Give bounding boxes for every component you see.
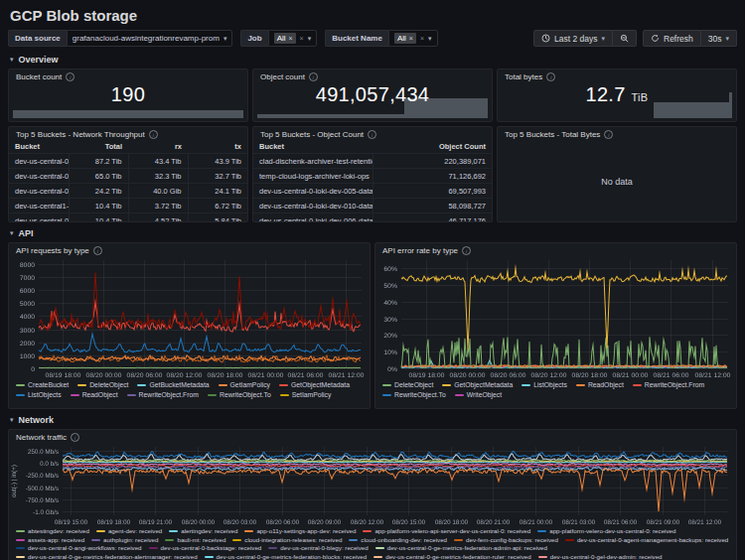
info-icon[interactable]: i — [604, 130, 613, 139]
legend-item[interactable]: UpdateObjectMetadata — [107, 400, 189, 402]
legend-item[interactable]: bauli-mt: received — [165, 536, 225, 545]
panel-title[interactable]: Bucket count — [16, 72, 62, 81]
time-range-picker[interactable]: Last 2 days ▾ — [533, 30, 613, 47]
info-icon[interactable]: i — [309, 72, 318, 81]
info-icon[interactable]: i — [71, 433, 79, 442]
datasource-select[interactable]: grafanacloud-awsintegrationrevamp-prom ▾ — [67, 30, 233, 47]
cell-value: 87.2 Tib — [69, 154, 128, 169]
legend-item[interactable]: app-platform-velero-api-server-dev-us-ce… — [363, 527, 530, 536]
legend-item[interactable]: dev-us-central-0-ge-metrics-federation-a… — [16, 553, 198, 560]
column-header[interactable]: tx — [188, 140, 247, 154]
bucket-select[interactable]: All × × ▾ — [388, 30, 438, 47]
legend-item[interactable]: alertingdev: received — [169, 527, 237, 536]
panel-title[interactable]: Network traffic — [16, 433, 67, 442]
column-header[interactable]: Object Count — [372, 140, 492, 154]
legend-item[interactable]: dev-us-central-0-ge-metrics-federation-b… — [205, 553, 368, 560]
legend-item[interactable]: WriteObject — [198, 400, 244, 402]
section-api[interactable]: ▾ API — [10, 226, 737, 239]
legend-color-dash — [538, 556, 547, 558]
legend-item[interactable]: CreateBucket — [16, 380, 69, 390]
column-header[interactable]: Total — [69, 140, 128, 154]
job-value-chip[interactable]: All × — [274, 33, 296, 44]
object-count-table: BucketObject Countclad-dischenk-archiver… — [253, 140, 492, 222]
legend-item[interactable]: dev-us-central-0-ge-metrics-federation-r… — [373, 553, 531, 560]
panel-title[interactable]: Object count — [260, 72, 305, 81]
zoom-out-button[interactable] — [613, 30, 637, 47]
legend-item[interactable]: dev-us-central-0-gel-dev-admin: received — [538, 553, 663, 560]
legend-item[interactable]: GetObjectMetadata — [279, 380, 350, 390]
panel-top5-object-count: Top 5 Buckets - Object Count i BucketObj… — [252, 126, 493, 222]
panel-title[interactable]: Top 5 Buckets - Network Throughput — [16, 130, 145, 139]
legend-item[interactable]: GetIamPolicy — [219, 380, 270, 390]
legend-item[interactable]: RewriteObject.To — [208, 390, 271, 400]
table-row: dev-us-central-0-loki-dev-006-data46,717… — [253, 213, 492, 223]
info-icon[interactable]: i — [462, 246, 471, 255]
no-data-message: No data — [498, 141, 736, 221]
legend-item[interactable]: dev-fem-config-backups: received — [454, 536, 558, 545]
legend-label: GetIamPolicy — [230, 380, 270, 390]
legend-item[interactable]: RewriteObject.To — [382, 390, 446, 400]
remove-icon[interactable]: × — [409, 35, 413, 42]
api-error-rate-chart[interactable] — [375, 256, 736, 379]
legend-color-dash — [16, 556, 25, 558]
clear-icon[interactable]: × — [420, 35, 424, 42]
legend-item[interactable]: RewriteObject.From — [633, 380, 704, 390]
legend-item[interactable]: app-platform-velero-dev-us-central-0: re… — [537, 527, 675, 536]
legend-item[interactable]: dev-us-central-0-blegy: received — [268, 544, 368, 553]
legend-item[interactable]: app-o11y-settings-app-dev: received — [244, 527, 356, 536]
legend-item[interactable]: UpdateBucketMetadata — [16, 400, 98, 402]
legend-item[interactable]: cloud-integration-releases: received — [232, 536, 342, 545]
info-icon[interactable]: i — [368, 130, 376, 139]
panel-object-count: Object count i 491,057,434 — [252, 69, 493, 122]
info-icon[interactable]: i — [546, 72, 555, 81]
clear-icon[interactable]: × — [300, 35, 304, 42]
info-icon[interactable]: i — [93, 246, 102, 255]
section-overview[interactable]: ▾ Overview — [10, 53, 737, 66]
legend-item[interactable]: authplugin: received — [91, 536, 158, 545]
bucket-value-chip[interactable]: All × — [394, 33, 416, 44]
panel-title[interactable]: API requests by type — [16, 246, 89, 255]
legend-item[interactable]: ListObjects — [16, 390, 62, 400]
legend-item[interactable]: dev-us-central-0-agent-management-backup… — [565, 536, 728, 545]
legend-item[interactable]: dev-us-central-0-angi-workflows: receive… — [16, 544, 142, 553]
panel-title[interactable]: Top 5 Buckets - Object Count — [260, 130, 364, 139]
legend-item[interactable]: WriteObject — [455, 390, 502, 400]
legend-item[interactable]: dev-us-central-0-backstage: received — [149, 544, 262, 553]
info-icon[interactable]: i — [149, 130, 158, 139]
legend-label: ReadObject — [588, 380, 624, 390]
legend-color-dash — [16, 384, 25, 386]
job-select[interactable]: All × × ▾ — [268, 30, 318, 47]
legend-label: RewriteObject.From — [139, 390, 199, 400]
refresh-interval-picker[interactable]: 30s ▾ — [701, 30, 737, 47]
section-network[interactable]: ▾ Network — [10, 413, 737, 426]
legend-item[interactable]: assets-app: received — [16, 536, 84, 545]
legend-item[interactable]: abtestingdev: received — [16, 527, 89, 536]
legend-item[interactable]: DeleteObject — [77, 380, 128, 390]
legend-item[interactable]: agent-dev: received — [96, 527, 162, 536]
column-header[interactable]: Bucket — [9, 140, 69, 154]
legend-item[interactable]: DeleteObject — [382, 380, 433, 390]
api-requests-chart[interactable] — [9, 256, 370, 379]
column-header[interactable]: Bucket — [253, 140, 372, 154]
legend-item[interactable]: dev-us-central-0-ge-metrics-federation-a… — [375, 544, 547, 553]
legend-item[interactable]: GetObjectMetadata — [442, 380, 513, 390]
panel-title[interactable]: Top 5 Buckets - Total Bytes — [505, 130, 600, 139]
legend-item[interactable]: ListObjects — [522, 380, 567, 390]
network-traffic-chart[interactable] — [9, 443, 736, 526]
legend-item[interactable]: SetIamPolicy — [280, 390, 332, 400]
column-header[interactable]: rx — [128, 140, 188, 154]
cell-value: 65.0 Tib — [69, 169, 128, 184]
info-icon[interactable]: i — [66, 72, 74, 81]
remove-icon[interactable]: × — [289, 35, 293, 42]
legend-item[interactable]: ReadObject — [576, 380, 624, 390]
panel-title[interactable]: Total bytes — [505, 72, 542, 81]
legend-item[interactable]: GetBucketMetadata — [137, 380, 209, 390]
panel-title[interactable]: API error rate by type — [382, 246, 458, 255]
legend-item[interactable]: ReadObject — [71, 390, 118, 400]
legend-color-dash — [522, 384, 530, 386]
legend-item[interactable]: RewriteObject.From — [127, 390, 199, 400]
cell-value: 220,389,071 — [372, 154, 492, 169]
legend-color-dash — [382, 384, 391, 386]
legend-item[interactable]: cloud-onboarding-dev: received — [349, 536, 447, 545]
refresh-button[interactable]: Refresh — [643, 30, 701, 47]
